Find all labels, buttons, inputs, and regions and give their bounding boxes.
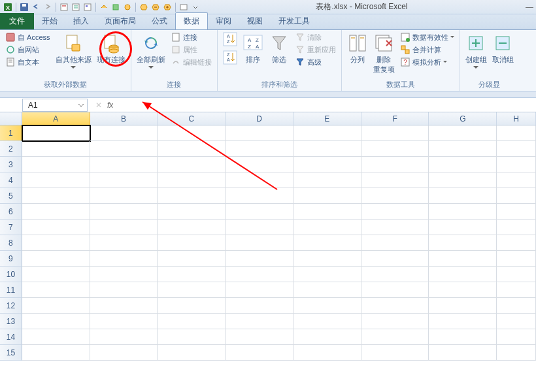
cell[interactable] bbox=[497, 345, 536, 361]
tab-formulas[interactable]: 公式 bbox=[144, 13, 175, 29]
qat-btn-6[interactable] bbox=[122, 2, 133, 12]
cell[interactable] bbox=[429, 157, 497, 172]
filter-button[interactable]: 筛选 bbox=[267, 31, 291, 66]
tab-developer[interactable]: 开发工具 bbox=[271, 13, 318, 29]
cell[interactable] bbox=[90, 235, 158, 251]
row-header[interactable]: 5 bbox=[0, 188, 22, 204]
cell[interactable] bbox=[293, 204, 361, 220]
cell[interactable] bbox=[22, 282, 90, 298]
row-header[interactable]: 15 bbox=[0, 345, 22, 361]
cell[interactable] bbox=[226, 267, 293, 282]
cell[interactable] bbox=[293, 220, 361, 235]
cell[interactable] bbox=[22, 188, 90, 204]
cell[interactable] bbox=[226, 157, 293, 172]
cell[interactable] bbox=[361, 251, 429, 267]
cell[interactable] bbox=[293, 125, 361, 141]
cell[interactable] bbox=[293, 157, 361, 172]
cell[interactable] bbox=[158, 329, 226, 345]
redo-icon[interactable] bbox=[42, 2, 53, 12]
cell[interactable] bbox=[22, 220, 90, 235]
cell[interactable] bbox=[361, 125, 429, 141]
row-header[interactable]: 11 bbox=[0, 282, 22, 298]
cell[interactable] bbox=[158, 125, 226, 141]
col-header[interactable]: C bbox=[158, 112, 226, 125]
chevron-down-icon[interactable] bbox=[76, 101, 86, 110]
group-button[interactable]: 创建组 bbox=[464, 31, 488, 70]
cell[interactable] bbox=[226, 329, 293, 345]
cell[interactable] bbox=[226, 314, 293, 329]
tab-view[interactable]: 视图 bbox=[239, 13, 271, 29]
cell[interactable] bbox=[90, 204, 158, 220]
row-header[interactable]: 2 bbox=[0, 141, 22, 157]
cell[interactable] bbox=[429, 267, 497, 282]
col-header[interactable]: G bbox=[429, 112, 497, 125]
cell[interactable] bbox=[22, 267, 90, 282]
cell[interactable] bbox=[22, 329, 90, 345]
cell[interactable] bbox=[497, 204, 536, 220]
cell[interactable] bbox=[90, 157, 158, 172]
cell[interactable] bbox=[90, 298, 158, 314]
qat-btn-5[interactable] bbox=[110, 2, 121, 12]
cell[interactable] bbox=[429, 329, 497, 345]
cell[interactable] bbox=[90, 267, 158, 282]
cell[interactable] bbox=[361, 220, 429, 235]
qat-btn-10[interactable] bbox=[178, 2, 189, 12]
sort-button[interactable]: AZZA 排序 bbox=[241, 31, 265, 66]
cell[interactable] bbox=[22, 172, 90, 188]
cell[interactable] bbox=[158, 220, 226, 235]
qat-btn-1[interactable] bbox=[59, 2, 69, 12]
cell[interactable] bbox=[429, 125, 497, 141]
cell[interactable] bbox=[158, 235, 226, 251]
cell[interactable] bbox=[22, 204, 90, 220]
cell[interactable] bbox=[361, 329, 429, 345]
cell[interactable] bbox=[497, 157, 536, 172]
cell[interactable] bbox=[361, 345, 429, 361]
cell[interactable] bbox=[90, 141, 158, 157]
name-box[interactable]: A1 bbox=[22, 99, 88, 112]
row-header[interactable]: 7 bbox=[0, 220, 22, 235]
cell[interactable] bbox=[293, 282, 361, 298]
row-header[interactable]: 13 bbox=[0, 314, 22, 329]
cell[interactable] bbox=[429, 282, 497, 298]
row-header[interactable]: 4 bbox=[0, 172, 22, 188]
cell[interactable] bbox=[497, 188, 536, 204]
cell[interactable] bbox=[497, 235, 536, 251]
row-header[interactable]: 1 bbox=[0, 125, 22, 141]
cell[interactable] bbox=[226, 251, 293, 267]
minimize-icon[interactable]: — bbox=[523, 3, 536, 12]
cell[interactable] bbox=[293, 345, 361, 361]
cell[interactable] bbox=[158, 157, 226, 172]
qat-btn-3[interactable] bbox=[82, 2, 93, 12]
sort-asc-button[interactable]: AZ bbox=[222, 31, 239, 47]
cell[interactable] bbox=[293, 314, 361, 329]
col-header[interactable]: A bbox=[22, 112, 90, 125]
cell[interactable] bbox=[293, 172, 361, 188]
cell[interactable] bbox=[226, 172, 293, 188]
row-header[interactable]: 12 bbox=[0, 298, 22, 314]
sort-desc-button[interactable]: ZA bbox=[222, 50, 239, 65]
cell[interactable] bbox=[90, 314, 158, 329]
cell[interactable] bbox=[158, 282, 226, 298]
cell[interactable] bbox=[158, 314, 226, 329]
row-header[interactable]: 10 bbox=[0, 267, 22, 282]
cell[interactable] bbox=[90, 329, 158, 345]
cell[interactable] bbox=[429, 235, 497, 251]
row-header[interactable]: 3 bbox=[0, 157, 22, 172]
existing-connections-button[interactable]: 现有连接 bbox=[95, 31, 127, 66]
cell[interactable] bbox=[497, 141, 536, 157]
cell[interactable] bbox=[293, 188, 361, 204]
cell[interactable] bbox=[22, 298, 90, 314]
col-header[interactable]: H bbox=[497, 112, 536, 125]
cell[interactable] bbox=[293, 298, 361, 314]
cell[interactable] bbox=[22, 251, 90, 267]
cell[interactable] bbox=[226, 235, 293, 251]
cell[interactable] bbox=[90, 251, 158, 267]
cell[interactable] bbox=[361, 157, 429, 172]
cell[interactable] bbox=[361, 141, 429, 157]
qat-btn-9[interactable] bbox=[162, 2, 173, 12]
cell[interactable] bbox=[497, 314, 536, 329]
fx-icon[interactable]: fx bbox=[107, 101, 113, 110]
cell[interactable] bbox=[226, 345, 293, 361]
qat-btn-8[interactable] bbox=[150, 2, 161, 12]
undo-icon[interactable] bbox=[31, 2, 41, 12]
